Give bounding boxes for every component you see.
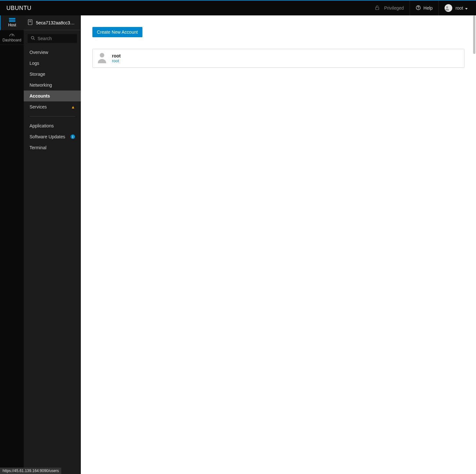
status-bar-url: https://45.61.139.164:9090/users [0,468,61,474]
nav-rail-host[interactable]: Host [0,15,24,30]
sidebar-item-networking[interactable]: Networking [24,80,81,90]
svg-rect-6 [28,20,32,25]
breadcrumb-hostname: 5eca7132aa8cc30001a... [36,20,77,25]
user-avatar-icon [97,52,107,64]
topbar: UBUNTU Privileged Help [0,0,476,15]
svg-point-2 [418,8,419,9]
help-label: Help [423,5,433,11]
search-box[interactable] [28,34,77,43]
privileged-indicator: Privileged [370,1,410,15]
sidebar-item-logs[interactable]: Logs [24,58,81,69]
sidebar-item-accounts[interactable]: Accounts [24,90,81,101]
sidebar-item-label: Networking [30,82,52,88]
sidebar-item-software-updates[interactable]: Software Updates i [24,131,81,142]
sidebar-item-label: Applications [30,123,54,128]
sidebar-item-label: Services [30,104,47,109]
nav-rail-host-label: Host [8,23,16,27]
brand-logo: UBUNTU [0,1,38,15]
host-icon [28,19,33,26]
lock-unlocked-icon [375,5,382,11]
sidebar-item-storage[interactable]: Storage [24,69,81,80]
sidebar-item-label: Overview [30,50,48,55]
sidebar-item-overview[interactable]: Overview [24,47,81,58]
sidebar-menu: Overview Logs Storage Networking Account… [24,47,81,153]
help-button[interactable]: Help [410,1,438,15]
svg-rect-5 [9,20,15,22]
privileged-label: Privileged [384,5,404,11]
nav-rail-dashboard[interactable]: Dashboard [0,30,24,45]
scrollbar[interactable] [473,15,475,54]
sidebar-item-label: Logs [30,61,39,66]
menu-divider [30,116,75,116]
sidebar: 5eca7132aa8cc30001a... Overview [24,15,81,474]
svg-rect-4 [9,18,15,20]
user-menu[interactable]: root [438,1,476,15]
server-icon [9,18,15,22]
svg-point-9 [31,37,34,39]
svg-line-10 [34,39,35,40]
dashboard-icon [9,32,15,37]
help-icon [416,5,423,11]
account-name: root [112,53,121,58]
main-content: Create New Account root root [81,15,476,474]
sidebar-item-label: Accounts [30,93,50,99]
breadcrumb[interactable]: 5eca7132aa8cc30001a... [24,15,81,30]
caret-down-icon [465,5,470,11]
sidebar-item-applications[interactable]: Applications [24,120,81,131]
warning-icon: ▲ [71,105,75,109]
account-row[interactable]: root root [92,49,464,68]
sidebar-item-terminal[interactable]: Terminal [24,142,81,153]
sidebar-item-services[interactable]: Services ▲ [24,101,81,112]
svg-rect-0 [376,7,379,10]
nav-rail: Host Dashboard [0,15,24,474]
account-login-link[interactable]: root [112,58,121,63]
user-label: root [455,5,463,11]
create-account-button[interactable]: Create New Account [92,27,142,37]
avatar-icon [445,4,452,12]
sidebar-item-label: Storage [30,72,45,77]
sidebar-item-label: Software Updates [30,134,65,139]
search-icon [31,36,35,41]
svg-point-3 [446,6,448,8]
info-icon: i [71,134,75,139]
svg-point-11 [100,53,104,57]
search-input[interactable] [38,36,74,41]
sidebar-item-label: Terminal [30,145,47,150]
nav-rail-dashboard-label: Dashboard [3,38,21,42]
